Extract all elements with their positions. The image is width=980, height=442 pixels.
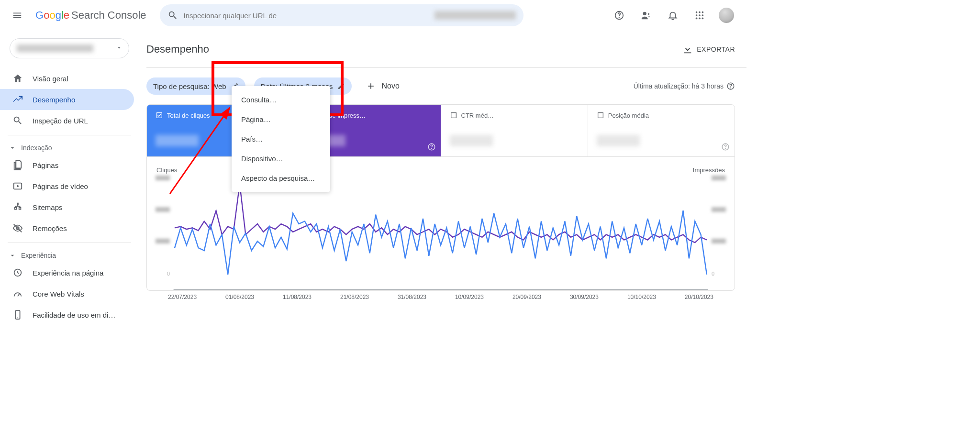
property-selector[interactable]: [10, 38, 129, 58]
sidebar-item-label: Páginas de vídeo: [33, 182, 88, 190]
help-icon[interactable]: [608, 4, 631, 27]
sidebar-item-label: Experiência na página: [33, 269, 103, 277]
obscured-position-value: [597, 135, 640, 146]
users-settings-icon[interactable]: [635, 4, 657, 27]
x-tick: 20/09/2023: [512, 294, 541, 300]
hamburger-menu-icon[interactable]: [6, 4, 29, 27]
url-inspect-input[interactable]: [184, 11, 429, 20]
sidebar-item-video-pages[interactable]: Páginas de vídeo: [0, 176, 134, 197]
last-update-text: Última atualização: há 3 horas: [634, 82, 735, 90]
home-icon: [12, 73, 23, 84]
video-pages-icon: [12, 181, 23, 191]
sidebar-item-label: Core Web Vitals: [33, 290, 84, 298]
phone-icon: [12, 309, 23, 320]
chart-y-label-right: Impressões: [693, 166, 725, 174]
app-header: Google Search Console: [0, 0, 746, 31]
svg-point-9: [699, 18, 701, 20]
svg-point-7: [702, 14, 704, 16]
sidebar-item-mobile-usability[interactable]: Facilidade de uso em di…: [0, 304, 134, 325]
sidebar-item-label: Páginas: [33, 161, 58, 169]
sidebar-item-pages[interactable]: Páginas: [0, 155, 134, 176]
svg-point-3: [699, 11, 701, 13]
help-icon[interactable]: [427, 143, 436, 153]
chart-plot-area[interactable]: 0 0: [156, 176, 725, 291]
sidebar-item-label: Desempenho: [33, 96, 75, 104]
filter-chip-new[interactable]: Novo: [360, 81, 405, 91]
trending-icon: [12, 94, 23, 105]
export-button[interactable]: EXPORTAR: [682, 44, 735, 55]
page-topbar: Desempenho EXPORTAR: [146, 31, 746, 68]
checkbox-checked-icon: [156, 111, 163, 119]
svg-point-17: [731, 88, 731, 88]
nav-divider: [8, 135, 131, 135]
sidebar-item-url-inspection[interactable]: Inspeção de URL: [0, 110, 134, 131]
sidebar-item-label: Sitemaps: [33, 203, 63, 211]
sidebar: Visão geral Desempenho Inspeção de URL I…: [0, 31, 139, 336]
svg-point-2: [696, 11, 698, 13]
chart-x-axis: 22/07/202301/08/202311/08/202321/08/2023…: [168, 294, 713, 300]
main-content: Desempenho EXPORTAR Tipo de pesquisa: We…: [139, 31, 746, 336]
download-icon: [682, 44, 693, 55]
dropdown-item[interactable]: Consulta…: [232, 90, 330, 110]
svg-point-10: [702, 18, 704, 20]
sidebar-item-label: Facilidade de uso em di…: [33, 311, 115, 319]
help-icon[interactable]: [721, 143, 730, 153]
dropdown-item[interactable]: País…: [232, 129, 330, 149]
sidebar-item-core-web-vitals[interactable]: Core Web Vitals: [0, 283, 134, 304]
obscured-property-name: [17, 44, 93, 52]
sidebar-item-label: Visão geral: [33, 75, 68, 83]
checkbox-unchecked-icon: [450, 111, 457, 119]
sidebar-item-removals[interactable]: Remoções: [0, 218, 134, 239]
sidebar-item-overview[interactable]: Visão geral: [0, 68, 134, 89]
svg-point-4: [702, 11, 704, 13]
checkbox-unchecked-icon: [597, 111, 604, 119]
chart-y-label-left: Cliques: [156, 166, 177, 174]
apps-grid-icon[interactable]: [688, 4, 711, 27]
avatar-image: [719, 8, 734, 23]
x-tick: 20/10/2023: [685, 294, 713, 300]
notifications-icon[interactable]: [661, 4, 684, 27]
logo[interactable]: Google Search Console: [35, 9, 146, 22]
search-icon: [12, 115, 23, 126]
svg-point-8: [696, 18, 698, 20]
x-tick: 11/08/2023: [283, 294, 312, 300]
dropdown-item[interactable]: Dispositivo…: [232, 149, 330, 168]
sidebar-item-label: Inspeção de URL: [33, 117, 88, 125]
pages-icon: [12, 160, 23, 170]
svg-point-15: [17, 318, 18, 319]
x-tick: 10/09/2023: [455, 294, 484, 300]
svg-point-21: [431, 148, 432, 149]
filter-chip-search-type[interactable]: Tipo de pesquisa: Web: [146, 77, 245, 95]
help-icon[interactable]: [726, 82, 735, 90]
sidebar-section-indexing[interactable]: Indexação: [0, 139, 139, 155]
svg-point-6: [699, 14, 701, 16]
account-avatar[interactable]: [715, 4, 738, 27]
sidebar-item-sitemaps[interactable]: Sitemaps: [0, 197, 134, 218]
x-tick: 30/09/2023: [570, 294, 599, 300]
sidebar-section-experience[interactable]: Experiência: [0, 247, 139, 262]
chart-y-ticks-left: 0: [156, 176, 170, 276]
dropdown-item[interactable]: Aspecto da pesquisa…: [232, 168, 330, 188]
pencil-icon: [337, 82, 345, 90]
new-filter-dropdown: Consulta…Página…País…Dispositivo…Aspecto…: [232, 86, 330, 192]
sidebar-item-performance[interactable]: Desempenho: [0, 89, 134, 110]
gauge-icon: [12, 288, 23, 299]
sidebar-item-page-experience[interactable]: Experiência na página: [0, 262, 134, 283]
chevron-down-icon: [9, 144, 16, 152]
dropdown-item[interactable]: Página…: [232, 110, 330, 129]
badge-icon: [12, 267, 23, 278]
x-tick: 22/07/2023: [168, 294, 197, 300]
obscured-site-domain: [434, 11, 516, 20]
svg-point-5: [696, 14, 698, 16]
url-inspect-search[interactable]: [160, 4, 523, 26]
x-tick: 10/10/2023: [627, 294, 656, 300]
metric-card-position[interactable]: Posição média: [588, 105, 735, 156]
x-tick: 01/08/2023: [225, 294, 254, 300]
sitemap-icon: [12, 202, 23, 212]
x-tick: 31/08/2023: [398, 294, 426, 300]
chevron-down-icon: [9, 252, 16, 259]
obscured-clicks-value: [156, 135, 199, 146]
metric-card-ctr[interactable]: CTR méd…: [441, 105, 588, 156]
sidebar-item-label: Remoções: [33, 224, 67, 232]
search-icon: [167, 10, 178, 21]
